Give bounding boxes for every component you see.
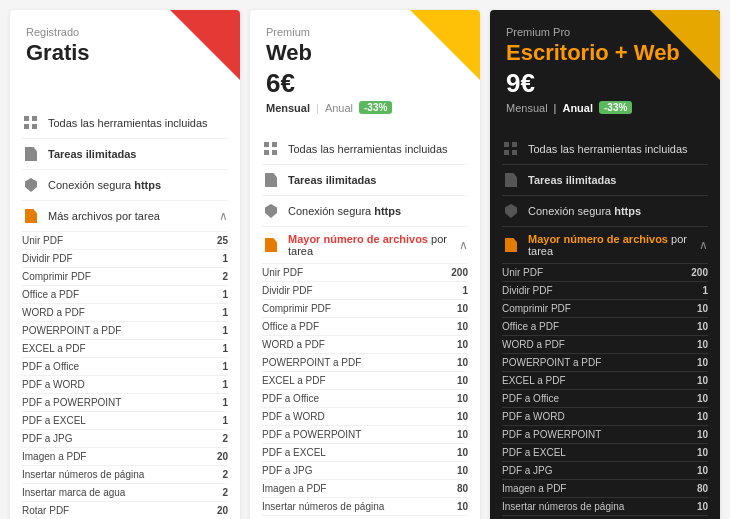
table-row: POWERPOINT a PDF1 (22, 322, 228, 340)
table-row: Dividir PDF1 (502, 282, 708, 300)
grid-icon (262, 140, 280, 158)
table-value: 1 (702, 285, 708, 296)
table-row: WORD a PDF10 (262, 336, 468, 354)
table-label: EXCEL a PDF (502, 375, 566, 386)
table-label: Unir PDF (262, 267, 303, 278)
feature-text-1: Tareas ilimitadas (528, 174, 708, 186)
table-row: Insertar números de página10 (262, 498, 468, 516)
table-label: Office a PDF (502, 321, 559, 332)
corner-decoration (650, 10, 720, 80)
table-label: PDF a POWERPOINT (262, 429, 361, 440)
feature-text-1: Tareas ilimitadas (288, 174, 468, 186)
feature-row-2: Conexión segura https (22, 170, 228, 201)
table-value: 1 (222, 307, 228, 318)
feature-row-2: Conexión segura https (502, 196, 708, 227)
table-row: POWERPOINT a PDF10 (502, 354, 708, 372)
table-value: 10 (697, 501, 708, 512)
table-label: Imagen a PDF (22, 451, 86, 462)
plan-header-web: PremiumWeb6€Mensual|Anual-33% (250, 10, 480, 126)
table-value: 2 (222, 433, 228, 444)
table-label: PDF a WORD (502, 411, 565, 422)
table-row: Insertar números de página10 (502, 498, 708, 516)
table-value: 10 (697, 357, 708, 368)
document-orange-icon (262, 236, 280, 254)
table-section: Unir PDF200Dividir PDF1Comprimir PDF10Of… (250, 264, 480, 519)
table-value: 1 (222, 397, 228, 408)
feature-row-1: Tareas ilimitadas (502, 165, 708, 196)
billing-row: Mensual|Anual-33% (506, 101, 704, 114)
billing-monthly[interactable]: Mensual (266, 102, 310, 114)
table-value: 10 (457, 411, 468, 422)
grid-icon (502, 140, 520, 158)
expand-icon[interactable]: ∧ (459, 238, 468, 252)
table-value: 10 (457, 429, 468, 440)
corner-decoration (170, 10, 240, 80)
table-label: WORD a PDF (22, 307, 85, 318)
table-value: 20 (217, 451, 228, 462)
feature-text-3: Mayor número de archivos por tarea (528, 233, 691, 257)
table-label: PDF a Office (262, 393, 319, 404)
table-row: Imagen a PDF20 (22, 448, 228, 466)
feature-text-2: Conexión segura https (288, 205, 468, 217)
table-label: Rotar PDF (22, 505, 69, 516)
table-value: 80 (457, 483, 468, 494)
table-value: 1 (222, 415, 228, 426)
feature-text-0: Todas las herramientas incluidas (48, 117, 228, 129)
expand-icon[interactable]: ∧ (219, 209, 228, 223)
table-row: Comprimir PDF2 (22, 268, 228, 286)
table-value: 10 (697, 411, 708, 422)
table-row: Unir PDF200 (502, 264, 708, 282)
table-row: Rotar PDF20 (22, 502, 228, 519)
table-label: PDF a Office (22, 361, 79, 372)
table-label: PDF a WORD (22, 379, 85, 390)
table-value: 1 (222, 343, 228, 354)
feature-text-2: Conexión segura https (528, 205, 708, 217)
table-row: EXCEL a PDF10 (502, 372, 708, 390)
table-row: PDF a WORD1 (22, 376, 228, 394)
billing-annual[interactable]: Anual (562, 102, 593, 114)
table-row: PDF a WORD10 (502, 408, 708, 426)
table-label: Comprimir PDF (22, 271, 91, 282)
table-row: Imagen a PDF80 (262, 480, 468, 498)
table-row: PDF a JPG2 (22, 430, 228, 448)
table-value: 10 (457, 321, 468, 332)
features-section: Todas las herramientas incluidasTareas i… (250, 126, 480, 264)
feature-text-1: Tareas ilimitadas (48, 148, 228, 160)
table-label: WORD a PDF (502, 339, 565, 350)
plan-card-web: PremiumWeb6€Mensual|Anual-33%Todas las h… (250, 10, 480, 519)
table-row: Office a PDF10 (502, 318, 708, 336)
table-row: Imagen a PDF80 (502, 480, 708, 498)
table-value: 10 (697, 393, 708, 404)
table-row: Comprimir PDF10 (502, 300, 708, 318)
feature-row-0: Todas las herramientas incluidas (502, 134, 708, 165)
table-label: Dividir PDF (262, 285, 313, 296)
table-label: PDF a POWERPOINT (502, 429, 601, 440)
document-icon (262, 171, 280, 189)
table-value: 10 (697, 429, 708, 440)
document-orange-icon (502, 236, 520, 254)
corner-decoration (410, 10, 480, 80)
table-label: Office a PDF (262, 321, 319, 332)
table-value: 200 (691, 267, 708, 278)
table-row: EXCEL a PDF1 (22, 340, 228, 358)
table-label: WORD a PDF (262, 339, 325, 350)
table-label: PDF a WORD (262, 411, 325, 422)
table-row: PDF a Office1 (22, 358, 228, 376)
table-label: Office a PDF (22, 289, 79, 300)
table-label: Unir PDF (502, 267, 543, 278)
table-label: Imagen a PDF (262, 483, 326, 494)
table-value: 10 (457, 465, 468, 476)
table-value: 1 (462, 285, 468, 296)
discount-badge: -33% (599, 101, 632, 114)
feature-text-3: Más archivos por tarea (48, 210, 211, 222)
table-row: POWERPOINT a PDF10 (262, 354, 468, 372)
table-label: Unir PDF (22, 235, 63, 246)
billing-separator: | (316, 102, 319, 114)
billing-monthly[interactable]: Mensual (506, 102, 548, 114)
expand-icon[interactable]: ∧ (699, 238, 708, 252)
feature-text-0: Todas las herramientas incluidas (288, 143, 468, 155)
table-value: 1 (222, 253, 228, 264)
table-value: 1 (222, 325, 228, 336)
billing-annual[interactable]: Anual (325, 102, 353, 114)
table-value: 10 (457, 501, 468, 512)
